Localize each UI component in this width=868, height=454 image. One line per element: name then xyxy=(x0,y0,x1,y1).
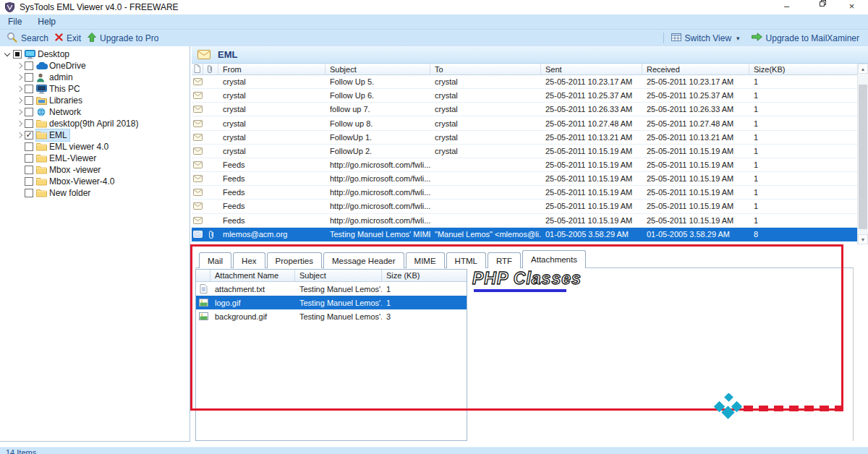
tab-properties[interactable]: Properties xyxy=(267,252,322,268)
checkbox-empty[interactable] xyxy=(25,85,33,93)
envelope-icon xyxy=(192,78,203,85)
title-bar: SysTools EML Viewer v4.0 - FREEWARE – × xyxy=(0,0,868,14)
minimize-button[interactable]: – xyxy=(770,0,803,14)
checkbox-empty[interactable] xyxy=(25,166,33,174)
envelope-icon xyxy=(192,231,203,238)
column-header-message-icon[interactable] xyxy=(192,64,203,74)
column-header-subject[interactable]: Subject xyxy=(326,64,430,74)
email-row[interactable]: crystal FollowUp 1. crystal 25-05-2011 1… xyxy=(192,131,857,145)
folder-icon xyxy=(36,142,49,151)
attachment-row-selected[interactable]: logo.gif Testing Manuel Lemos'... 1 xyxy=(196,296,467,309)
column-header-size[interactable]: Size(KB) xyxy=(749,64,857,74)
tab-mail[interactable]: Mail xyxy=(199,252,231,268)
scroll-down-button[interactable]: ▼ xyxy=(858,234,868,244)
email-row[interactable]: crystal Follow Up 6. crystal 25-05-2011 … xyxy=(192,89,857,103)
desktop-monitor-icon xyxy=(25,50,38,59)
tree-item-onedrive[interactable]: OneDrive xyxy=(0,60,190,72)
checkbox-empty[interactable] xyxy=(25,177,33,186)
green-right-arrow-icon xyxy=(752,33,762,43)
email-row[interactable]: crystal follow up 7. crystal 25-05-2011 … xyxy=(192,103,857,116)
column-header-to[interactable]: To xyxy=(430,64,541,74)
chevron-right-icon[interactable] xyxy=(14,96,24,105)
close-button[interactable]: × xyxy=(835,0,868,14)
chevron-right-icon[interactable] xyxy=(14,131,24,140)
checkbox-empty[interactable] xyxy=(25,119,33,128)
checkbox-empty[interactable] xyxy=(25,61,33,70)
tab-rtf[interactable]: RTF xyxy=(488,252,521,268)
chevron-right-icon[interactable] xyxy=(14,73,24,82)
paperclip-icon xyxy=(203,230,218,239)
checkbox-empty[interactable] xyxy=(25,96,33,105)
restore-button[interactable] xyxy=(803,0,835,14)
email-row[interactable]: Feeds http://go.microsoft.com/fwli... 25… xyxy=(192,200,857,213)
column-header-attachment-name[interactable]: Attachment Name xyxy=(210,270,295,281)
tree-item-eml-viewer-40[interactable]: EML viewer 4.0 xyxy=(0,141,190,153)
email-row[interactable]: Feeds http://go.microsoft.com/fwli... 25… xyxy=(192,172,857,186)
attachment-row[interactable]: attachment.txt Testing Manuel Lemos'... … xyxy=(196,282,467,296)
search-button[interactable]: Search xyxy=(7,32,48,45)
checkbox-checked[interactable]: ✓ xyxy=(25,131,33,140)
chevron-right-icon[interactable] xyxy=(14,119,24,128)
tree-item-eml[interactable]: ✓ EML xyxy=(0,129,190,141)
tab-hex[interactable]: Hex xyxy=(233,252,265,268)
list-scrollbar[interactable]: ▲ ▼ xyxy=(857,64,868,244)
tree-item-new-folder[interactable]: New folder xyxy=(0,187,190,199)
envelope-icon xyxy=(192,92,203,99)
expander-spacer xyxy=(14,177,24,186)
tab-html[interactable]: HTML xyxy=(446,252,486,268)
menu-help[interactable]: Help xyxy=(30,14,64,29)
column-header-attachment-subject[interactable]: Subject xyxy=(295,270,382,281)
column-header-attachment-size[interactable]: Size (KB) xyxy=(382,270,467,281)
tree-item-admin[interactable]: admin xyxy=(0,72,190,83)
column-header-from[interactable]: From xyxy=(218,64,326,74)
tab-attachments[interactable]: Attachments xyxy=(522,250,586,268)
scrollbar-thumb[interactable] xyxy=(859,85,867,229)
tab-message-header[interactable]: Message Header xyxy=(323,252,404,268)
chevron-right-icon[interactable] xyxy=(14,61,24,70)
email-row[interactable]: crystal FollowUp 2. crystal 25-05-2011 1… xyxy=(192,145,857,158)
checkbox-empty[interactable] xyxy=(25,142,33,151)
chevron-down-icon[interactable] xyxy=(3,50,12,59)
upgrade-to-mailxaminer-button[interactable]: Upgrade to MailXaminer xyxy=(752,33,859,43)
tree-item-desktop-9th-april[interactable]: desktop(9th April 2018) xyxy=(0,118,190,129)
email-row[interactable]: Feeds http://go.microsoft.com/fwli... 25… xyxy=(192,186,857,200)
tree-item-desktop[interactable]: Desktop xyxy=(0,48,190,60)
tree-item-this-pc[interactable]: This PC xyxy=(0,83,190,95)
email-row-selected[interactable]: mlemos@acm.org Testing Manuel Lemos' MIM… xyxy=(192,228,857,241)
chevron-right-icon[interactable] xyxy=(14,85,24,93)
email-row[interactable]: crystal Follow up 8. crystal 25-05-2011 … xyxy=(192,116,857,130)
column-header-sent[interactable]: Sent xyxy=(541,64,642,74)
tab-mime[interactable]: MIME xyxy=(406,252,445,268)
tree-item-network[interactable]: Network xyxy=(0,106,190,118)
expander-spacer xyxy=(14,142,24,151)
exit-button[interactable]: Exit xyxy=(55,33,81,43)
checkbox-empty[interactable] xyxy=(25,189,33,197)
onedrive-cloud-icon xyxy=(36,62,49,70)
checkbox-empty[interactable] xyxy=(25,108,33,116)
checkbox-empty[interactable] xyxy=(25,73,33,82)
checkbox-empty[interactable] xyxy=(25,154,33,163)
email-row[interactable]: Feeds http://go.microsoft.com/fwli... 25… xyxy=(192,214,857,228)
column-header-received[interactable]: Received xyxy=(642,64,749,74)
network-globe-icon xyxy=(36,108,49,116)
tree-item-mbox-viewer-40[interactable]: Mbox-Viewer-4.0 xyxy=(0,176,190,187)
email-row[interactable]: Feeds http://go.microsoft.com/fwli... 25… xyxy=(192,158,857,172)
attachment-row[interactable]: background.gif Testing Manuel Lemos'... … xyxy=(196,309,467,323)
tree-item-mbox-viewer[interactable]: Mbox -viewer xyxy=(0,164,190,176)
tree-item-libraries[interactable]: Libraries xyxy=(0,95,190,106)
scroll-up-button[interactable]: ▲ xyxy=(858,64,868,74)
email-row[interactable]: crystal Follow Up 5. crystal 25-05-2011 … xyxy=(192,75,857,89)
tree-item-eml-viewer[interactable]: EML-Viewer xyxy=(0,153,190,164)
attachment-icon-column[interactable] xyxy=(196,270,210,281)
search-icon xyxy=(7,32,17,45)
envelope-icon xyxy=(192,120,203,127)
envelope-icon xyxy=(192,134,203,141)
switch-view-button[interactable]: Switch View ▾ xyxy=(671,33,740,43)
image-file-icon xyxy=(196,299,210,307)
green-up-arrow-icon xyxy=(88,33,96,44)
upgrade-to-pro-button[interactable]: Upgrade to Pro xyxy=(88,33,158,44)
column-header-attachment[interactable] xyxy=(203,64,218,74)
checkbox-partial[interactable] xyxy=(13,50,22,59)
chevron-right-icon[interactable] xyxy=(14,108,24,116)
menu-file[interactable]: File xyxy=(0,14,30,29)
